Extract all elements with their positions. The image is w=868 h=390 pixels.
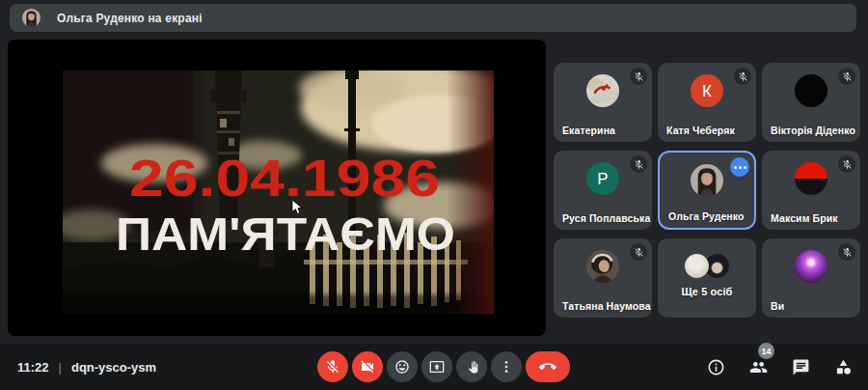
present-button[interactable] (421, 351, 452, 382)
end-call-button[interactable] (526, 351, 570, 382)
clock-time: 11:22 (17, 360, 49, 375)
meta-divider: | (59, 360, 62, 375)
mic-muted-icon (838, 68, 855, 85)
shared-screen-tile[interactable]: 26.04.1986 ПАМ'ЯТАЄМО (8, 40, 546, 336)
mic-muted-icon (838, 155, 855, 173)
participant-name: Катя Чеберяк (666, 125, 735, 136)
more-options-icon (499, 359, 514, 375)
info-icon (707, 358, 725, 376)
memorial-caption-text: ПАМ'ЯТАЄМО (116, 208, 455, 260)
call-controls (317, 351, 570, 382)
mic-toggle-button[interactable] (317, 351, 348, 382)
emoji-reactions-icon (394, 359, 410, 375)
meeting-code: dqn-ysco-ysm (71, 360, 156, 375)
overflow-avatar-1 (685, 254, 709, 278)
raise-hand-icon (464, 359, 479, 375)
avatar-letter: К (702, 83, 712, 99)
camera-toggle-button[interactable] (352, 351, 383, 382)
avatar (795, 162, 827, 195)
end-call-icon (539, 358, 556, 376)
avatar (795, 250, 827, 283)
presenter-avatar (22, 9, 41, 27)
mic-muted-icon (838, 243, 855, 261)
presenting-banner[interactable]: Ольга Руденко на екрані (10, 4, 856, 32)
chat-icon (792, 358, 810, 376)
meeting-details-button[interactable] (700, 351, 731, 382)
participant-tile-olga-active[interactable]: Ольга Руденко (658, 151, 756, 230)
avatar (795, 74, 827, 107)
chat-panel-button[interactable] (785, 351, 816, 382)
bottom-bar: 11:22 | dqn-ysco-ysm 14 (0, 344, 868, 390)
avatar (586, 250, 619, 283)
memorial-date-text: 26.04.1986 (129, 149, 440, 207)
participant-count-badge: 14 (758, 343, 774, 359)
reactions-button[interactable] (387, 351, 418, 382)
participant-tile-viktoria[interactable]: Вікторія Діденко (762, 63, 860, 142)
participant-tile-ekaterina[interactable]: Екатерина (554, 63, 652, 142)
overflow-avatar-stack (685, 254, 729, 278)
mic-muted-icon (630, 155, 647, 173)
participant-tile-maksym[interactable]: Максим Брик (762, 151, 860, 230)
videocam-off-icon (360, 359, 375, 375)
avatar: Р (586, 162, 619, 195)
present-screen-icon (429, 359, 445, 375)
mic-muted-icon (630, 243, 647, 261)
participant-name: Татьяна Наумова (562, 300, 651, 312)
participant-name: Максим Брик (771, 212, 838, 224)
people-panel-button[interactable]: 14 (743, 351, 773, 382)
participant-name: Руся Поплавська (562, 212, 650, 224)
participant-tile-rusya[interactable]: Р Руся Поплавська (554, 151, 652, 230)
participants-grid: Екатерина К Катя Чеберяк Вікторія Діденк… (554, 63, 860, 318)
avatar: К (691, 74, 723, 107)
activities-button[interactable] (827, 351, 858, 382)
shared-screen-video: 26.04.1986 ПАМ'ЯТАЄМО (8, 40, 546, 336)
mic-muted-icon (630, 68, 647, 85)
participant-tile-katya[interactable]: К Катя Чеберяк (658, 63, 756, 142)
avatar (691, 164, 723, 197)
more-options-button[interactable] (491, 351, 522, 382)
meet-window: Ольга Руденко на екрані (0, 0, 868, 390)
participant-name: Екатерина (562, 125, 615, 136)
participant-tile-overflow[interactable]: Ще 5 осіб (658, 238, 756, 318)
meeting-meta: 11:22 | dqn-ysco-ysm (17, 360, 156, 375)
avatar-letter: Р (597, 171, 608, 187)
raise-hand-button[interactable] (456, 351, 487, 382)
participant-name: Ви (771, 300, 784, 312)
activities-icon (834, 358, 853, 376)
presenting-banner-label: Ольга Руденко на екрані (57, 12, 203, 25)
mic-off-icon (325, 359, 340, 375)
panel-buttons: 14 (700, 351, 858, 382)
people-icon (749, 358, 768, 376)
participant-name: Вікторія Діденко (771, 125, 855, 136)
participant-name: Ольга Руденко (668, 210, 745, 222)
participant-tile-you[interactable]: Ви (762, 238, 860, 318)
participant-tile-tatyana[interactable]: Татьяна Наумова (554, 238, 652, 318)
mic-muted-icon (734, 68, 751, 85)
overflow-count-label: Ще 5 осіб (682, 286, 733, 297)
avatar (586, 74, 619, 107)
more-options-badge[interactable] (730, 157, 749, 177)
